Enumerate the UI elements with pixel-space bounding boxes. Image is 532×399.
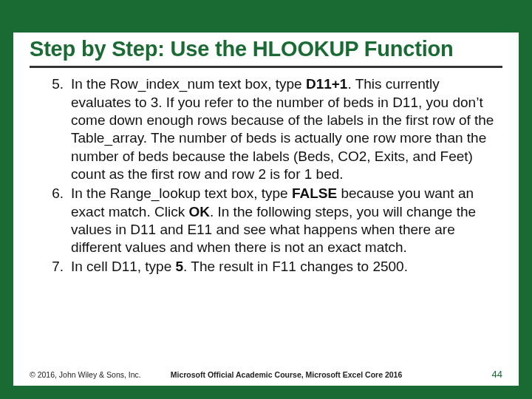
step-7-text-a: In cell D11, type (71, 259, 176, 274)
step-7: In cell D11, type 5. The result in F11 c… (64, 258, 502, 276)
page-number: 44 (492, 369, 502, 380)
step-5-text-a: In the Row_index_num text box, type (71, 76, 306, 92)
slide-body: Step by Step: Use the HLOOKUP Function I… (13, 33, 519, 276)
footer-course: Microsoft Official Academic Course, Micr… (171, 370, 403, 379)
step-6-bold-ok: OK (188, 204, 210, 219)
step-6-text-a: In the Range_lookup text box, type (71, 185, 292, 201)
slide-frame: Step by Step: Use the HLOOKUP Function I… (0, 0, 532, 399)
title-rule (30, 66, 502, 68)
step-5-text-c: . This currently evaluates to 3. If you … (71, 76, 494, 182)
step-7-text-c: . The result in F11 changes to 2500. (183, 259, 408, 274)
footer-copyright: © 2016, John Wiley & Sons, Inc. (30, 370, 141, 379)
step-7-bold: 5 (176, 259, 184, 274)
step-6: In the Range_lookup text box, type FALSE… (64, 185, 502, 256)
step-list: In the Row_index_num text box, type D11+… (30, 75, 502, 276)
slide-footer: © 2016, John Wiley & Sons, Inc. Microsof… (30, 369, 502, 380)
step-6-bold-false: FALSE (292, 185, 337, 201)
step-5-bold: D11+1 (306, 76, 348, 92)
step-5: In the Row_index_num text box, type D11+… (64, 75, 502, 183)
slide-title: Step by Step: Use the HLOOKUP Function (30, 37, 502, 61)
